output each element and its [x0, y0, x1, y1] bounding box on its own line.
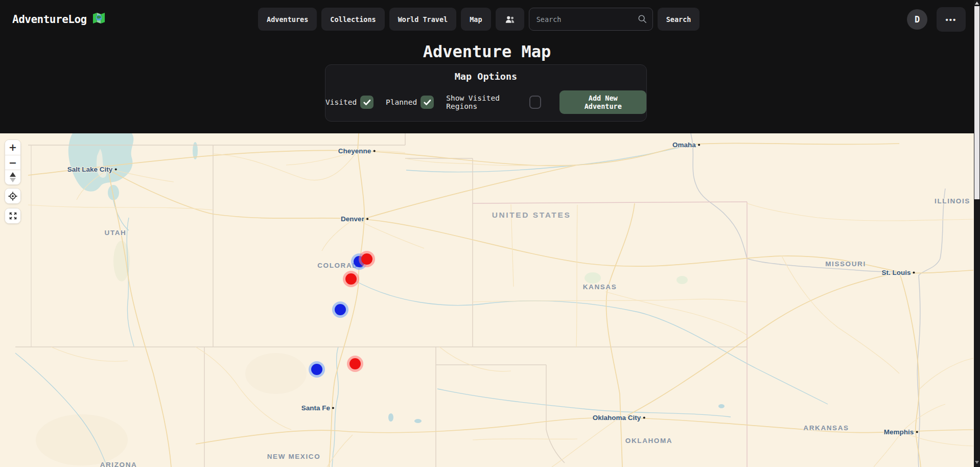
- avatar[interactable]: D: [907, 9, 927, 30]
- city-dot: [366, 218, 368, 220]
- adventure-marker-visited[interactable]: [311, 364, 322, 375]
- city-dot: [373, 150, 375, 152]
- geolocate-button[interactable]: [5, 189, 20, 203]
- city-dot: [332, 407, 334, 409]
- search-button[interactable]: Search: [658, 8, 700, 31]
- adventurelog-app: AdventureLog AdventuresCollectionsWorld …: [0, 0, 980, 467]
- state-label-utah: UTAH: [105, 229, 127, 237]
- state-label-kansas: KANSAS: [583, 283, 617, 291]
- page-scrollbar[interactable]: [974, 0, 980, 467]
- map-options-toggles: VisitedPlannedShow Visited Regions: [325, 94, 541, 110]
- city-label-text: Oklahoma City: [593, 414, 641, 422]
- city-label-santa-fe: Santa Fe: [301, 404, 334, 412]
- nav-item-adventures[interactable]: Adventures: [258, 8, 317, 31]
- minus-icon: −: [9, 158, 17, 168]
- toggle-label: Planned: [386, 98, 417, 106]
- map-zoom-controls: + −: [5, 139, 21, 185]
- shared-users-button[interactable]: [496, 8, 524, 31]
- state-label-oklahoma: OKLAHOMA: [625, 437, 672, 445]
- toggle-label: Show Visited Regions: [446, 94, 526, 110]
- city-label-text: Cheyenne: [338, 147, 371, 155]
- city-label-text: Santa Fe: [301, 404, 330, 412]
- compass-icon: [10, 172, 16, 182]
- zoom-out-button[interactable]: −: [5, 155, 20, 170]
- city-dot: [114, 168, 116, 170]
- city-dot: [916, 431, 918, 433]
- map-options-row: VisitedPlannedShow Visited Regions Add N…: [325, 90, 646, 114]
- city-label-denver: Denver: [341, 215, 368, 223]
- toggle-show-visited-regions: Show Visited Regions: [446, 94, 541, 110]
- adventure-marker-planned[interactable]: [349, 358, 361, 369]
- scrollbar-down-arrow-icon[interactable]: [975, 461, 979, 464]
- toggle-visited: Visited: [325, 96, 374, 109]
- search-input[interactable]: [529, 8, 653, 31]
- country-label: UNITED STATES: [492, 211, 571, 220]
- city-label-text: Omaha: [672, 141, 696, 149]
- nav-buttons: AdventuresCollectionsWorld TravelMap: [258, 8, 491, 31]
- search-icon: [638, 14, 647, 26]
- city-dot: [913, 271, 915, 273]
- nav-item-world-travel[interactable]: World Travel: [389, 8, 457, 31]
- map-emoji-icon: [92, 11, 106, 27]
- map-options-card: Map Options VisitedPlannedShow Visited R…: [325, 64, 647, 122]
- city-dot: [698, 144, 700, 146]
- city-label-text: St. Louis: [882, 269, 911, 276]
- fullscreen-button[interactable]: [5, 208, 20, 223]
- state-label-missouri: MISSOURI: [825, 260, 866, 268]
- map-options-title: Map Options: [325, 71, 646, 82]
- checkbox-show-visited-regions[interactable]: [529, 96, 542, 109]
- fullscreen-icon: [9, 212, 17, 220]
- state-label-arkansas: ARKANSAS: [803, 424, 849, 432]
- nav-item-collections[interactable]: Collections: [321, 8, 384, 31]
- city-label-memphis: Memphis: [884, 428, 918, 436]
- compass-button[interactable]: [5, 170, 20, 184]
- app-logo-text: AdventureLog: [12, 13, 87, 26]
- toggle-planned: Planned: [386, 96, 434, 109]
- city-label-text: Memphis: [884, 428, 914, 436]
- plus-icon: +: [9, 143, 17, 152]
- checkbox-planned[interactable]: [421, 96, 434, 109]
- city-label-cheyenne: Cheyenne: [338, 147, 376, 155]
- search-wrap: [529, 8, 653, 31]
- more-menu-button[interactable]: •••: [937, 7, 966, 32]
- map-fullscreen-control: [5, 208, 21, 224]
- header-right-cluster: D •••: [907, 7, 966, 32]
- primary-nav: AdventuresCollectionsWorld TravelMap Sea…: [258, 8, 699, 31]
- city-label-oklahoma-city: Oklahoma City: [593, 414, 645, 422]
- adventure-marker-planned[interactable]: [345, 273, 357, 285]
- state-label-illinois: ILLINOIS: [935, 197, 970, 205]
- city-dot: [643, 416, 645, 418]
- people-icon: [505, 15, 515, 24]
- zoom-in-button[interactable]: +: [5, 140, 20, 155]
- city-label-st-louis: St. Louis: [882, 269, 915, 276]
- adventure-marker-planned[interactable]: [361, 253, 372, 265]
- page-title: Adventure Map: [0, 42, 974, 61]
- adventure-marker-visited[interactable]: [335, 304, 346, 315]
- state-label-arizona: ARIZONA: [100, 461, 137, 467]
- map-annotations: UNITED STATESUTAHCOLORADOKANSASMISSOURII…: [0, 133, 974, 467]
- geolocate-icon: [8, 192, 17, 201]
- app-logo[interactable]: AdventureLog: [12, 11, 106, 27]
- city-label-text: Salt Lake City: [67, 166, 113, 173]
- state-label-new-mexico: NEW MEXICO: [267, 453, 321, 460]
- city-label-omaha: Omaha: [672, 141, 700, 149]
- map-canvas[interactable]: UNITED STATESUTAHCOLORADOKANSASMISSOURII…: [0, 133, 974, 467]
- scrollbar-thumb[interactable]: [974, 6, 979, 199]
- checkbox-visited[interactable]: [360, 96, 374, 109]
- add-new-adventure-button[interactable]: Add New Adventure: [559, 90, 646, 114]
- city-label-salt-lake-city: Salt Lake City: [67, 166, 117, 173]
- nav-item-map[interactable]: Map: [461, 8, 491, 31]
- city-label-text: Denver: [341, 215, 364, 223]
- scrollbar-up-arrow-icon[interactable]: [975, 2, 979, 5]
- toggle-label: Visited: [325, 98, 357, 106]
- map-geolocate-control: [5, 188, 21, 204]
